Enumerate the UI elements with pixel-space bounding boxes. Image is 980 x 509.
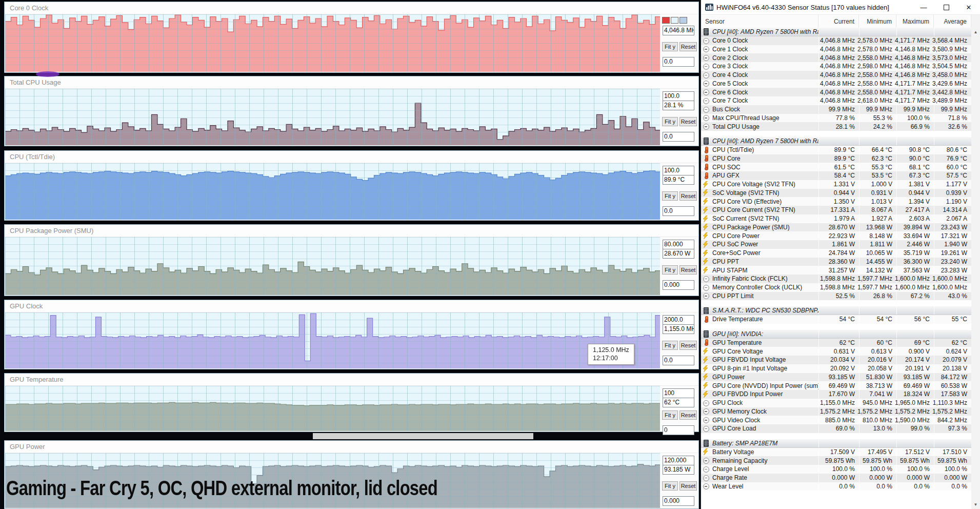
graph-max-value[interactable]: 100.0 bbox=[663, 166, 694, 175]
section-header-row[interactable]: GPU [#0]: NVIDIA: bbox=[701, 330, 971, 339]
table-row[interactable]: GPU Temperature62 °C60 °C69 °C62 °C bbox=[701, 339, 971, 347]
graph-max-value[interactable]: 100.0 bbox=[663, 91, 694, 101]
table-row[interactable]: Battery Voltage17.509 V17.495 V17.512 V1… bbox=[701, 448, 971, 457]
table-row[interactable]: Core 6 Clock4,046.8 MHz2,558.0 MHz4,171.… bbox=[701, 88, 971, 96]
graph-title-gpu-clock[interactable]: GPU Clock bbox=[5, 300, 698, 312]
table-row[interactable]: CPU (Tctl/Tdie)89.9 °C66.4 °C90.8 °C80.6… bbox=[701, 146, 971, 154]
graph-current-value[interactable]: 89.9 °C bbox=[663, 175, 694, 185]
graph-plot-area[interactable] bbox=[5, 89, 661, 145]
window-title-bar[interactable]: HWiNFO64 v6.40-4330 Sensor Status [170 v… bbox=[701, 0, 980, 14]
table-row[interactable]: APU STAPM31.257 W14.132 W37.563 W23.283 … bbox=[701, 266, 971, 275]
color-swatch-0[interactable] bbox=[662, 17, 670, 24]
reset-button[interactable]: Reset bbox=[679, 42, 697, 51]
table-row[interactable]: Core 1 Clock4,046.8 MHz2,578.0 MHz4,146.… bbox=[701, 45, 971, 54]
graph-plot-area[interactable] bbox=[5, 386, 661, 431]
fit-y-button[interactable]: Fit y bbox=[662, 42, 678, 51]
reset-button[interactable]: Reset bbox=[679, 265, 697, 275]
table-row[interactable]: Bus Clock99.9 MHz99.9 MHz99.9 MHz99.9 MH… bbox=[701, 105, 971, 114]
table-row[interactable]: Core 4 Clock4,046.8 MHz2,558.0 MHz4,146.… bbox=[701, 71, 971, 80]
close-icon[interactable]: ✕ bbox=[957, 0, 980, 14]
table-row[interactable]: Total CPU Usage28.1 %24.2 %66.9 %32.6 % bbox=[701, 122, 971, 131]
graph-title-gpu-temperature[interactable]: GPU Temperature bbox=[5, 374, 698, 386]
table-row[interactable]: Infinity Fabric Clock (FCLK)1,598.8 MHz1… bbox=[701, 275, 971, 283]
graph-min-value[interactable]: 0.0 bbox=[663, 206, 694, 216]
table-row[interactable]: Memory Controller Clock (UCLK)1,598.8 MH… bbox=[701, 283, 971, 292]
table-row[interactable]: GPU Core Voltage0.631 V0.613 V0.900 V0.6… bbox=[701, 347, 971, 356]
graph-current-value[interactable]: 4,046.8 MHz bbox=[663, 26, 694, 35]
graph-min-value[interactable]: 0.0 bbox=[663, 132, 694, 142]
table-row[interactable]: GPU Power93.185 W51.830 W93.185 W84.172 … bbox=[701, 373, 971, 382]
table-row[interactable]: Core 0 Clock4,046.8 MHz2,578.0 MHz4,171.… bbox=[701, 36, 971, 45]
section-header-row[interactable]: CPU [#0]: AMD Ryzen 7 5800H with Ra... bbox=[701, 137, 971, 146]
table-row[interactable]: Charge Level100.0 %100.0 %100.0 %100.0 % bbox=[701, 465, 971, 474]
table-row[interactable]: GPU Core Load69.0 %13.0 %99.0 %97.3 % bbox=[701, 424, 971, 433]
graph-current-value[interactable]: 1,155.0 MHz bbox=[663, 324, 694, 334]
section-header-row[interactable]: S.M.A.R.T.: WDC PC SN530 SDBPNPZ-... bbox=[701, 306, 971, 315]
vertical-scrollbar[interactable]: ▲ ▼ bbox=[971, 28, 980, 509]
section-header-row[interactable]: CPU [#0]: AMD Ryzen 7 5800H with Ra... bbox=[701, 28, 971, 36]
graph-min-value[interactable]: 0.0 bbox=[663, 356, 694, 365]
reset-button[interactable]: Reset bbox=[679, 117, 697, 126]
reset-button[interactable]: Reset bbox=[679, 481, 697, 491]
column-header-sensor[interactable]: Sensor bbox=[701, 15, 818, 28]
graph-title-gpu-power[interactable]: GPU Power bbox=[5, 441, 698, 453]
graph-max-value[interactable]: 2000.0 bbox=[663, 315, 694, 325]
table-row[interactable]: SoC Voltage (SVI2 TFN)0.944 V0.931 V0.94… bbox=[701, 189, 971, 198]
table-row[interactable]: Charge Rate0.000 W0.000 W0.000 W0.000 W bbox=[701, 474, 971, 482]
table-row[interactable]: CPU SoC Power1.861 W1.811 W2.446 W1.940 … bbox=[701, 240, 971, 249]
graph-title-total-cpu-usage[interactable]: Total CPU Usage bbox=[5, 76, 698, 89]
column-header-minimum[interactable]: Minimum bbox=[859, 15, 896, 28]
table-row[interactable]: CPU PPT28.360 W14.455 W36.300 W23.240 W bbox=[701, 258, 971, 266]
table-row[interactable]: CPU Core VID (Effective)1.350 V1.013 V1.… bbox=[701, 197, 971, 206]
graph-current-value[interactable]: 28.670 W bbox=[663, 249, 694, 259]
graph-current-value[interactable]: 62 °C bbox=[663, 398, 694, 407]
column-header-current[interactable]: Current bbox=[818, 15, 859, 28]
column-header-average[interactable]: Average bbox=[934, 15, 971, 28]
reset-button[interactable]: Reset bbox=[679, 341, 697, 350]
table-row[interactable]: Core 2 Clock4,046.8 MHz2,558.0 MHz4,146.… bbox=[701, 53, 971, 62]
table-row[interactable]: Max CPU/Thread Usage77.8 %55.3 %100.0 %7… bbox=[701, 114, 971, 123]
fit-y-button[interactable]: Fit y bbox=[662, 341, 678, 350]
fit-y-button[interactable]: Fit y bbox=[662, 481, 678, 491]
table-row[interactable]: CPU Core89.9 °C62.3 °C90.0 °C76.9 °C bbox=[701, 154, 971, 163]
reset-button[interactable]: Reset bbox=[679, 191, 697, 201]
fit-y-button[interactable]: Fit y bbox=[662, 117, 678, 126]
color-swatch-2[interactable] bbox=[679, 17, 687, 24]
table-row[interactable]: Wear Level0.0 %0.0 %0.0 %0.0 % bbox=[701, 482, 971, 491]
graph-title-cpu-package-power-smu[interactable]: CPU Package Power (SMU) bbox=[5, 225, 698, 237]
graph-plot-area[interactable] bbox=[5, 14, 661, 72]
scroll-up-icon[interactable]: ▲ bbox=[971, 28, 980, 36]
fit-y-button[interactable]: Fit y bbox=[662, 265, 678, 275]
graph-min-value[interactable]: 0.000 bbox=[663, 280, 694, 290]
graph-max-value[interactable]: 120.000 bbox=[663, 456, 694, 465]
reset-button[interactable]: Reset bbox=[679, 410, 697, 420]
graph-min-value[interactable]: 0 bbox=[663, 425, 694, 435]
fit-y-button[interactable]: Fit y bbox=[662, 410, 678, 420]
table-row[interactable]: CPU Core Voltage (SVI2 TFN)1.331 V1.000 … bbox=[701, 180, 971, 189]
table-row[interactable]: GPU FBVDD Input Power17.670 W7.041 W18.3… bbox=[701, 390, 971, 399]
maximize-icon[interactable] bbox=[935, 0, 957, 14]
graph-max-value[interactable]: 80.000 bbox=[663, 240, 694, 249]
table-row[interactable]: CPU Package Power (SMU)28.670 W13.968 W3… bbox=[701, 223, 971, 232]
table-row[interactable]: CPU Core Power22.923 W8.148 W33.694 W17.… bbox=[701, 231, 971, 240]
table-row[interactable]: CPU PPT Limit52.5 %26.8 %67.2 %43.0 % bbox=[701, 292, 971, 301]
color-swatch-1[interactable] bbox=[671, 17, 678, 24]
graph-max-value[interactable]: 100 bbox=[663, 388, 694, 398]
table-row[interactable]: GPU 8-pin #1 Input Voltage20.092 V20.058… bbox=[701, 364, 971, 373]
graph-plot-area[interactable] bbox=[5, 163, 661, 220]
table-row[interactable]: GPU Clock1,155.0 MHz945.0 MHz1,965.0 MHz… bbox=[701, 399, 971, 407]
table-row[interactable]: Remaining Capacity59.875 Wh59.875 Wh59.8… bbox=[701, 456, 971, 465]
table-row[interactable]: GPU Core (NVVDD) Input Power (sum)69.469… bbox=[701, 381, 971, 390]
table-row[interactable]: GPU Memory Clock1,575.2 MHz1,575.2 MHz1,… bbox=[701, 407, 971, 416]
table-row[interactable]: Drive Temperature54 °C54 °C56 °C55 °C bbox=[701, 315, 971, 324]
graph-min-value[interactable]: 0.000 bbox=[663, 496, 694, 506]
graph-title-core-0-clock[interactable]: Core 0 Clock bbox=[5, 2, 698, 14]
table-row[interactable]: Core+SoC Power24.784 W10.065 W35.719 W19… bbox=[701, 249, 971, 258]
graph-min-value[interactable]: 0.0 bbox=[663, 57, 694, 67]
graph-current-value[interactable]: 93.185 W bbox=[663, 465, 694, 475]
section-header-row[interactable]: Battery: SMP AP18E7M bbox=[701, 439, 971, 448]
table-row[interactable]: CPU Core Current (SVI2 TFN)17.331 A8.067… bbox=[701, 206, 971, 214]
graph-plot-area[interactable] bbox=[5, 237, 661, 295]
scroll-down-icon[interactable]: ▼ bbox=[971, 500, 980, 509]
graph-current-value[interactable]: 28.1 % bbox=[663, 101, 694, 110]
